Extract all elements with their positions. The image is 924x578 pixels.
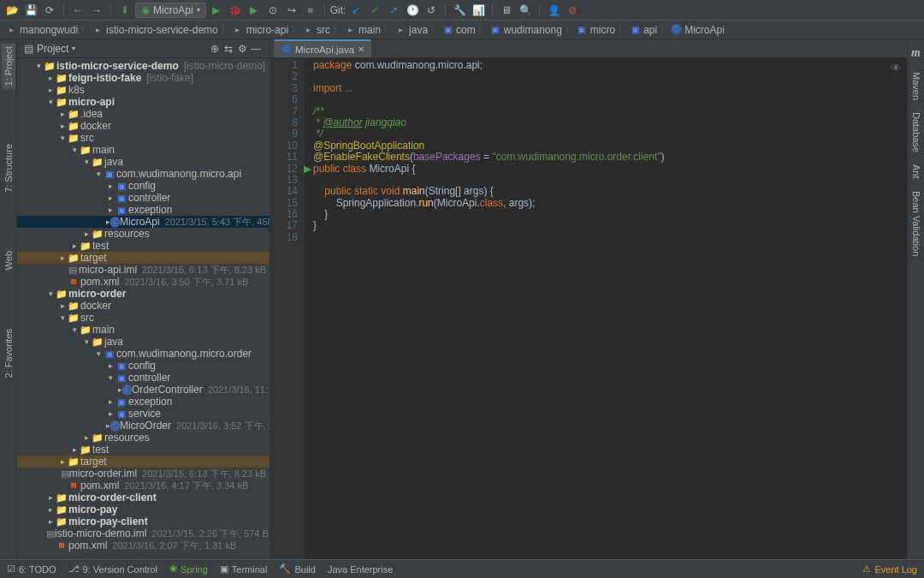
breadcrumb-item[interactable]: ▸java <box>394 24 428 36</box>
block-icon[interactable]: ⊘ <box>564 2 581 19</box>
tw-spring[interactable]: ❀ Spring <box>169 563 208 575</box>
tree-row[interactable]: ▸ⓒOrderController2021/3/16, 11:13 上午 <box>17 384 270 396</box>
tree-row[interactable]: ▾📁istio-micro-service-demo[istio-micro-d… <box>17 60 270 72</box>
git-commit-icon[interactable]: ✓ <box>366 2 383 19</box>
hide-icon[interactable]: — <box>249 42 263 56</box>
tree-row[interactable]: ▸📁micro-pay <box>17 504 270 515</box>
refresh-icon[interactable]: ⟳ <box>41 2 58 19</box>
breadcrumb-item[interactable]: ▣com <box>441 24 476 36</box>
tree-row[interactable]: ▾📁src <box>17 132 270 144</box>
stop-icon[interactable]: ■ <box>302 2 319 19</box>
tab-bean-validation[interactable]: Bean Validation <box>909 188 923 259</box>
profile-icon[interactable]: ⊙ <box>264 2 281 19</box>
tree-row[interactable]: ▾📁micro-order <box>17 288 270 300</box>
debug-icon[interactable]: 🐞 <box>227 2 244 19</box>
tree-row[interactable]: ▸📁resources <box>17 432 270 444</box>
breadcrumb-item[interactable]: ▸istio-micro-service-demo <box>92 24 218 36</box>
tree-row[interactable]: ▸▣exception <box>17 396 270 408</box>
tree-row[interactable]: mpom.xml2021/3/16, 2:07 下午, 1.31 kB <box>17 539 270 551</box>
breadcrumb-item[interactable]: ▣micro <box>576 24 615 36</box>
tree-row[interactable]: ▸📁target <box>17 456 270 468</box>
breadcrumb-item[interactable]: ▸main <box>344 24 381 36</box>
tree-row[interactable]: ▸▣exception <box>17 204 270 216</box>
tree-row[interactable]: ▸📁test <box>17 240 270 252</box>
project-tree[interactable]: ▾📁istio-micro-service-demo[istio-micro-d… <box>17 58 270 559</box>
breadcrumb-item[interactable]: ▣wudimanong <box>489 24 562 36</box>
tree-row[interactable]: ▸▣config <box>17 180 270 192</box>
avatar-icon[interactable]: 👤 <box>545 2 562 19</box>
git-rollback-icon[interactable]: ↺ <box>423 2 440 19</box>
tab-web[interactable]: Web <box>2 247 15 273</box>
tw-jee[interactable]: Java Enterprise <box>328 564 393 575</box>
tree-row[interactable]: ▸📁.idea <box>17 108 270 120</box>
tree-row[interactable]: ▾▣controller <box>17 372 270 384</box>
project-structure-icon[interactable]: 📊 <box>470 2 487 19</box>
git-push-icon[interactable]: ↗ <box>385 2 402 19</box>
tab-structure[interactable]: 7: Structure <box>2 140 15 196</box>
coverage-icon[interactable]: ▶ <box>246 2 263 19</box>
tree-row[interactable]: ▾📁java <box>17 336 270 348</box>
tree-row[interactable]: ▾▣com.wudimanong.micro.order <box>17 348 270 360</box>
back-icon[interactable]: ← <box>69 2 86 19</box>
tree-row[interactable]: ▸ⓒMicroOrder2021/3/16, 3:52 下午, 345 B <box>17 420 270 432</box>
tree-row[interactable]: ▾📁src <box>17 312 270 324</box>
build-icon[interactable]: ⬇ <box>116 2 133 19</box>
forward-icon[interactable]: → <box>88 2 105 19</box>
breadcrumb-item[interactable]: ⓒMicroApi <box>671 24 725 36</box>
tree-row[interactable]: ▾📁micro-api <box>17 96 270 108</box>
tab-microapi[interactable]: ⓒ MicroApi.java ✕ <box>274 39 371 57</box>
tree-row[interactable]: ▾▣com.wudimanong.micro.api <box>17 168 270 180</box>
tree-row[interactable]: ▾📁main <box>17 324 270 336</box>
select-opened-icon[interactable]: ⊕ <box>208 42 222 56</box>
tree-row[interactable]: ▸▣service <box>17 408 270 420</box>
close-tab-icon[interactable]: ✕ <box>358 45 364 54</box>
tree-row[interactable]: ▸📁resources <box>17 228 270 240</box>
inspection-icon[interactable]: 👁 <box>891 62 902 74</box>
breadcrumb-item[interactable]: ▸micro-api <box>232 24 288 36</box>
tab-database[interactable]: Database <box>909 109 923 156</box>
tree-row[interactable]: ▾📁java <box>17 156 270 168</box>
tree-row[interactable]: ▸📁target <box>17 252 270 264</box>
tab-favorites[interactable]: 2: Favorites <box>2 325 15 381</box>
tab-project[interactable]: 1: Project <box>2 43 15 89</box>
tree-row[interactable]: ▸📁micro-pay-client <box>17 515 270 527</box>
tab-ant[interactable]: Ant <box>909 161 923 182</box>
tree-row[interactable]: ▤istio-micro-demo.iml2021/3/15, 2:26 下午,… <box>17 527 270 539</box>
run-config-selector[interactable]: ◉MicroApi▾ <box>135 3 206 18</box>
tree-row[interactable]: ▸📁test <box>17 444 270 456</box>
search-icon[interactable]: 🔍 <box>517 2 534 19</box>
git-update-icon[interactable]: ↙ <box>347 2 364 19</box>
tw-terminal[interactable]: ▣ Terminal <box>220 563 268 575</box>
tree-row[interactable]: ▸▣config <box>17 360 270 372</box>
tree-row[interactable]: ▤micro-order.iml2021/3/15, 6:13 下午, 8.23… <box>17 468 270 480</box>
tree-row[interactable]: ▸📁docker <box>17 300 270 312</box>
tree-row[interactable]: ▸▣controller <box>17 192 270 204</box>
tw-build[interactable]: 🔨 Build <box>279 563 315 575</box>
settings-icon[interactable]: ⚙ <box>235 42 249 56</box>
run-icon[interactable]: ▶ <box>208 2 225 19</box>
save-icon[interactable]: 💾 <box>22 2 39 19</box>
tree-row[interactable]: mpom.xml2021/3/16, 4:17 下午, 3.34 kB <box>17 480 270 492</box>
breadcrumb-item[interactable]: ▸manongwudi <box>5 24 78 36</box>
git-history-icon[interactable]: 🕐 <box>404 2 421 19</box>
tree-row[interactable]: ▸📁micro-order-client <box>17 492 270 504</box>
tab-maven[interactable]: m <box>909 43 922 63</box>
tree-row[interactable]: ▸📁feign-istio-fake[istio-fake] <box>17 72 270 84</box>
breadcrumb-item[interactable]: ▸src <box>302 24 330 36</box>
tree-row[interactable]: ▸ⓒMicroApi2021/3/15, 5:43 下午, 458 B <box>17 216 270 228</box>
tw-todo[interactable]: ☑ 6: TODO <box>7 563 56 575</box>
tree-row[interactable]: ▾📁main <box>17 144 270 156</box>
settings-icon[interactable]: 🔧 <box>451 2 468 19</box>
attach-icon[interactable]: ↪ <box>283 2 300 19</box>
code-editor[interactable]: 👁 1236789101112▶131415161718 package com… <box>270 58 907 559</box>
tree-row[interactable]: mpom.xml2021/3/16, 3:50 下午, 3.71 kB <box>17 276 270 288</box>
expand-all-icon[interactable]: ⇆ <box>222 42 235 56</box>
tw-vcs[interactable]: ⎇ 9: Version Control <box>68 563 157 575</box>
tab-maven-label[interactable]: Maven <box>909 69 923 104</box>
tw-eventlog[interactable]: ⚠ Event Log <box>862 563 917 575</box>
tree-row[interactable]: ▸📁k8s <box>17 84 270 96</box>
open-icon[interactable]: 📂 <box>3 2 21 19</box>
project-panel-title[interactable]: ▤ Project ▾ <box>24 43 75 55</box>
breadcrumb-item[interactable]: ▣api <box>629 24 657 36</box>
tree-row[interactable]: ▸📁docker <box>17 120 270 132</box>
